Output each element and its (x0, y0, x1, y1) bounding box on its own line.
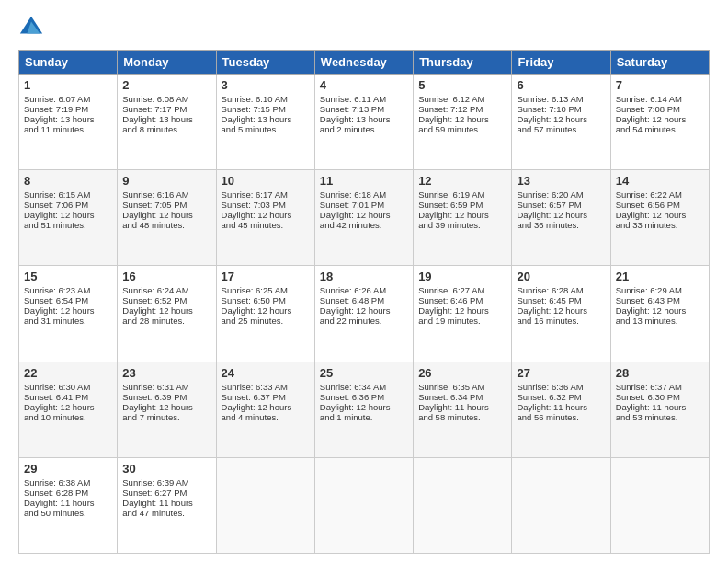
day-info-line: Sunrise: 6:14 AM (616, 94, 704, 104)
day-info-line: Daylight: 12 hours (616, 114, 704, 124)
calendar-week-5: 29Sunrise: 6:38 AMSunset: 6:28 PMDayligh… (19, 457, 710, 553)
calendar-cell: 27Sunrise: 6:36 AMSunset: 6:32 PMDayligh… (512, 362, 610, 457)
day-info-line: Sunset: 6:34 PM (418, 392, 506, 402)
day-info-line: Sunset: 6:28 PM (24, 488, 112, 498)
day-info-line: Sunrise: 6:13 AM (517, 94, 605, 104)
day-info-line: Sunrise: 6:07 AM (24, 94, 112, 104)
day-info-line: Sunset: 7:05 PM (122, 200, 210, 210)
calendar-cell: 29Sunrise: 6:38 AMSunset: 6:28 PMDayligh… (19, 457, 118, 553)
calendar-week-3: 15Sunrise: 6:23 AMSunset: 6:54 PMDayligh… (19, 266, 710, 362)
day-info-line: Daylight: 11 hours (418, 402, 506, 412)
day-header-thursday: Thursday (414, 51, 512, 75)
day-header-friday: Friday (512, 51, 610, 75)
day-info-line: and 58 minutes. (418, 412, 506, 422)
day-number: 26 (418, 366, 506, 380)
day-info-line: Sunset: 6:39 PM (122, 392, 210, 402)
day-info-line: and 25 minutes. (222, 316, 310, 326)
day-info-line: and 51 minutes. (24, 220, 112, 230)
day-info-line: Sunrise: 6:19 AM (418, 190, 506, 200)
day-info-line: Sunrise: 6:16 AM (122, 190, 210, 200)
day-number: 18 (320, 270, 408, 283)
day-info-line: Sunset: 7:15 PM (222, 104, 310, 114)
day-info-line: Sunrise: 6:24 AM (122, 285, 210, 295)
calendar-cell: 7Sunrise: 6:14 AMSunset: 7:08 PMDaylight… (610, 75, 709, 170)
calendar-cell: 25Sunrise: 6:34 AMSunset: 6:36 PMDayligh… (314, 362, 413, 457)
day-info-line: Sunset: 6:41 PM (24, 392, 112, 402)
day-info-line: and 8 minutes. (122, 124, 210, 134)
day-info-line: Sunset: 6:52 PM (122, 295, 210, 305)
calendar-cell: 10Sunrise: 6:17 AMSunset: 7:03 PMDayligh… (216, 170, 314, 266)
day-info-line: Sunrise: 6:23 AM (24, 285, 112, 295)
day-number: 11 (320, 174, 408, 188)
day-info-line: and 59 minutes. (418, 124, 506, 134)
calendar-cell: 17Sunrise: 6:25 AMSunset: 6:50 PMDayligh… (216, 266, 314, 362)
day-number: 8 (24, 174, 112, 188)
day-info-line: and 4 minutes. (222, 412, 310, 422)
day-info-line: Sunset: 6:50 PM (222, 295, 310, 305)
day-info-line: Daylight: 12 hours (418, 210, 506, 220)
day-number: 22 (24, 366, 112, 380)
day-info-line: Daylight: 12 hours (517, 114, 605, 124)
day-info-line: Daylight: 11 hours (517, 402, 605, 412)
day-info-line: Sunrise: 6:10 AM (222, 94, 310, 104)
day-info-line: Daylight: 12 hours (616, 210, 704, 220)
calendar-week-2: 8Sunrise: 6:15 AMSunset: 7:06 PMDaylight… (19, 170, 710, 266)
day-info-line: Sunset: 7:10 PM (517, 104, 605, 114)
day-info-line: Daylight: 12 hours (320, 210, 408, 220)
header (18, 15, 710, 40)
day-info-line: Sunrise: 6:28 AM (517, 285, 605, 295)
calendar-cell: 20Sunrise: 6:28 AMSunset: 6:45 PMDayligh… (512, 266, 610, 362)
day-info-line: Sunset: 6:56 PM (616, 200, 704, 210)
day-info-line: Daylight: 12 hours (320, 305, 408, 316)
day-number: 16 (122, 270, 210, 283)
calendar-body: 1Sunrise: 6:07 AMSunset: 7:19 PMDaylight… (19, 75, 710, 554)
calendar-cell: 15Sunrise: 6:23 AMSunset: 6:54 PMDayligh… (19, 266, 118, 362)
day-info-line: Daylight: 12 hours (222, 210, 310, 220)
day-info-line: Daylight: 12 hours (222, 305, 310, 316)
day-number: 24 (222, 366, 310, 380)
calendar-cell: 16Sunrise: 6:24 AMSunset: 6:52 PMDayligh… (118, 266, 216, 362)
day-info-line: Sunrise: 6:18 AM (320, 190, 408, 200)
day-number: 1 (24, 78, 112, 92)
calendar-cell: 1Sunrise: 6:07 AMSunset: 7:19 PMDaylight… (19, 75, 118, 170)
day-info-line: and 39 minutes. (418, 220, 506, 230)
day-info-line: Daylight: 12 hours (122, 210, 210, 220)
day-info-line: Sunrise: 6:35 AM (418, 382, 506, 392)
day-info-line: Sunrise: 6:37 AM (616, 382, 704, 392)
day-info-line: Sunrise: 6:38 AM (24, 477, 112, 488)
day-info-line: and 10 minutes. (24, 412, 112, 422)
calendar-cell: 23Sunrise: 6:31 AMSunset: 6:39 PMDayligh… (118, 362, 216, 457)
day-info-line: Daylight: 12 hours (418, 114, 506, 124)
page: SundayMondayTuesdayWednesdayThursdayFrid… (0, 0, 728, 563)
day-info-line: Sunset: 6:36 PM (320, 392, 408, 402)
day-info-line: Daylight: 12 hours (122, 402, 210, 412)
day-info-line: Daylight: 12 hours (320, 402, 408, 412)
day-info-line: and 19 minutes. (418, 316, 506, 326)
day-info-line: Sunrise: 6:17 AM (222, 190, 310, 200)
day-info-line: Sunrise: 6:39 AM (122, 477, 210, 488)
calendar-cell: 22Sunrise: 6:30 AMSunset: 6:41 PMDayligh… (19, 362, 118, 457)
day-info-line: Sunrise: 6:30 AM (24, 382, 112, 392)
day-number: 23 (122, 366, 210, 380)
calendar-cell: 28Sunrise: 6:37 AMSunset: 6:30 PMDayligh… (610, 362, 709, 457)
day-info-line: Daylight: 13 hours (222, 114, 310, 124)
day-info-line: and 42 minutes. (320, 220, 408, 230)
day-info-line: and 31 minutes. (24, 316, 112, 326)
calendar-table: SundayMondayTuesdayWednesdayThursdayFrid… (18, 50, 710, 554)
day-number: 4 (320, 78, 408, 92)
calendar-cell: 11Sunrise: 6:18 AMSunset: 7:01 PMDayligh… (314, 170, 413, 266)
day-info-line: and 28 minutes. (122, 316, 210, 326)
calendar-cell: 12Sunrise: 6:19 AMSunset: 6:59 PMDayligh… (414, 170, 512, 266)
day-number: 12 (418, 174, 506, 188)
calendar-cell: 6Sunrise: 6:13 AMSunset: 7:10 PMDaylight… (512, 75, 610, 170)
day-info-line: Sunrise: 6:34 AM (320, 382, 408, 392)
day-header-wednesday: Wednesday (314, 51, 413, 75)
calendar-cell: 21Sunrise: 6:29 AMSunset: 6:43 PMDayligh… (610, 266, 709, 362)
day-info-line: Daylight: 13 hours (24, 114, 112, 124)
calendar-week-1: 1Sunrise: 6:07 AMSunset: 7:19 PMDaylight… (19, 75, 710, 170)
calendar-cell: 24Sunrise: 6:33 AMSunset: 6:37 PMDayligh… (216, 362, 314, 457)
day-number: 29 (24, 462, 112, 476)
calendar-cell (414, 457, 512, 553)
day-info-line: Sunset: 6:57 PM (517, 200, 605, 210)
day-header-monday: Monday (118, 51, 216, 75)
